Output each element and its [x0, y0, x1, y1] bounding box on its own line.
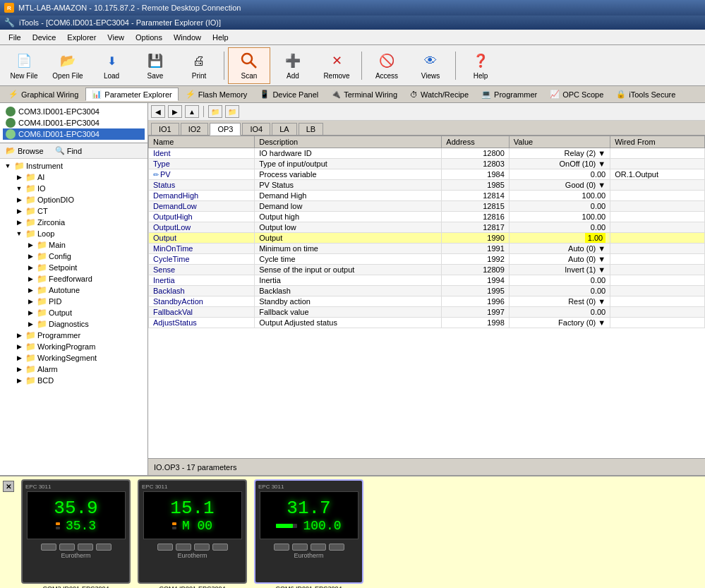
device-com3[interactable]: COM3.ID001-EPC3004: [3, 106, 145, 117]
tree-expand-config[interactable]: ▶: [25, 251, 35, 261]
device-com4-btn4[interactable]: [212, 544, 228, 551]
tree-item-output[interactable]: ▶ 📁 Output: [24, 307, 146, 318]
table-row[interactable]: OutputLowOutput low128170.00: [149, 222, 705, 233]
device-com3-btn3[interactable]: [78, 544, 93, 551]
param-tab-io1[interactable]: IO1: [151, 123, 179, 135]
tab-graphical-wiring[interactable]: ⚡ Graphical Wiring: [3, 88, 84, 100]
help-button[interactable]: ❓ Help: [459, 47, 502, 84]
table-row[interactable]: OutputHighOutput high12816100.00: [149, 212, 705, 222]
menu-help[interactable]: Help: [207, 32, 234, 43]
table-row[interactable]: DemandHighDemand High12814100.00: [149, 191, 705, 201]
access-button[interactable]: 🚫 Access: [366, 47, 408, 84]
tree-expand-bcd[interactable]: ▶: [14, 376, 24, 385]
param-tab-la[interactable]: LA: [272, 123, 296, 135]
device-com6-btn3[interactable]: [311, 544, 326, 551]
table-row[interactable]: InertiaInertia19940.00: [149, 275, 705, 286]
cell-value-9[interactable]: Auto (0) ▼: [509, 244, 610, 254]
param-tab-op3[interactable]: OP3: [210, 123, 241, 136]
table-row[interactable]: ✏PVProcess variable19840.00OR.1.Output: [149, 169, 705, 180]
device-com4[interactable]: COM4.ID001-EPC3004: [3, 117, 145, 128]
nav-folder-down-button[interactable]: 📁: [225, 105, 239, 118]
menu-device[interactable]: Device: [27, 32, 62, 43]
table-row[interactable]: StandbyActionStandby action1996Rest (0) …: [149, 296, 705, 307]
tree-expand-setpoint[interactable]: ▶: [25, 263, 35, 272]
remove-button[interactable]: ✕ Remove: [315, 47, 358, 84]
cell-value-3[interactable]: Good (0) ▼: [509, 180, 610, 191]
tree-item-io[interactable]: ▼ 📁 IO: [13, 183, 146, 194]
print-button[interactable]: 🖨 Print: [178, 47, 220, 84]
add-button[interactable]: ➕ Add: [272, 47, 314, 84]
tree-item-bcd[interactable]: ▶ 📁 BCD: [13, 375, 146, 386]
tree-expand-optiondio[interactable]: ▶: [14, 195, 24, 205]
tree-expand-io[interactable]: ▼: [14, 184, 24, 193]
device-com6-btn2[interactable]: [292, 544, 308, 551]
tree-item-optiondio[interactable]: ▶ 📁 OptionDIO: [13, 194, 146, 205]
tree-expand-autotune[interactable]: ▶: [25, 285, 35, 295]
tree-item-programmer[interactable]: ▶ 📁 Programmer: [13, 330, 146, 341]
tree-expand-main[interactable]: ▶: [25, 240, 35, 250]
device-com4-btn1[interactable]: [157, 544, 173, 551]
tree-expand-workingprogram[interactable]: ▶: [14, 342, 24, 352]
tree-item-ct[interactable]: ▶ 📁 CT: [13, 205, 146, 217]
tree-item-loop[interactable]: ▼ 📁 Loop: [13, 228, 146, 239]
cell-value-16[interactable]: Factory (0) ▼: [509, 318, 610, 328]
table-row[interactable]: TypeType of input/output12803OnOff (10) …: [149, 159, 705, 169]
views-button[interactable]: 👁 Views: [409, 47, 452, 84]
table-row[interactable]: DemandLowDemand low128150.00: [149, 201, 705, 212]
param-tab-lb[interactable]: LB: [299, 123, 323, 135]
nav-forward-button[interactable]: ▶: [168, 105, 182, 118]
tab-terminal-wiring[interactable]: 🔌 Terminal Wiring: [325, 88, 403, 100]
tree-item-workingprogram[interactable]: ▶ 📁 WorkingProgram: [13, 341, 146, 352]
tree-expand-output[interactable]: ▶: [25, 308, 35, 318]
tree-item-instrument[interactable]: ▼ 📁 Instrument: [1, 160, 146, 172]
table-row[interactable]: OutputOutput19901.00: [149, 233, 705, 244]
menu-file[interactable]: File: [3, 32, 27, 43]
device-com6-btn1[interactable]: [274, 544, 289, 551]
tree-expand-alarm[interactable]: ▶: [14, 364, 24, 374]
new-file-button[interactable]: 📄 New File: [3, 47, 45, 84]
tab-itools-secure[interactable]: 🔒 iTools Secure: [610, 88, 681, 100]
table-row[interactable]: BacklashBacklash19950.00: [149, 286, 705, 296]
device-com6-btn4[interactable]: [329, 544, 344, 551]
table-row[interactable]: CycleTimeCycle time1992Auto (0) ▼: [149, 254, 705, 265]
device-com4-btn3[interactable]: [194, 544, 210, 551]
menu-window[interactable]: Window: [168, 32, 207, 43]
param-tab-io4[interactable]: IO4: [242, 123, 270, 135]
tree-item-config[interactable]: ▶ 📁 Config: [24, 251, 146, 262]
tab-flash-memory[interactable]: ⚡ Flash Memory: [180, 88, 253, 100]
param-tab-io2[interactable]: IO2: [181, 123, 209, 135]
tree-item-ai[interactable]: ▶ 📁 AI: [13, 172, 146, 183]
cell-value-14[interactable]: Rest (0) ▼: [509, 296, 610, 307]
tab-device-panel[interactable]: 📱 Device Panel: [254, 88, 324, 100]
table-row[interactable]: MinOnTimeMinimum on time1991Auto (0) ▼: [149, 244, 705, 254]
table-row[interactable]: IdentIO hardware ID12800Relay (2) ▼: [149, 148, 705, 159]
tree-expand-workingsegment[interactable]: ▶: [14, 353, 24, 363]
device-com6[interactable]: COM6.ID001-EPC3004: [3, 128, 145, 140]
tree-expand-ct[interactable]: ▶: [14, 206, 24, 216]
tree-item-main[interactable]: ▶ 📁 Main: [24, 239, 146, 251]
open-file-button[interactable]: 📂 Open File: [47, 47, 89, 84]
tab-programmer[interactable]: 💻 Programmer: [476, 88, 543, 100]
tree-item-setpoint[interactable]: ▶ 📁 Setpoint: [24, 262, 146, 273]
save-button[interactable]: 💾 Save: [134, 47, 176, 84]
tree-item-diagnostics[interactable]: ▶ 📁 Diagnostics: [24, 318, 146, 330]
tree-expand-feedforward[interactable]: ▶: [25, 274, 35, 284]
cell-value-10[interactable]: Auto (0) ▼: [509, 254, 610, 265]
tree-expand-diagnostics[interactable]: ▶: [25, 319, 35, 329]
cell-value-1[interactable]: OnOff (10) ▼: [509, 159, 610, 169]
scan-button[interactable]: Scan: [228, 47, 270, 84]
device-com3-btn4[interactable]: [96, 544, 112, 551]
table-row[interactable]: SenseSense of the input or output12809In…: [149, 265, 705, 275]
device-com4-btn2[interactable]: [176, 544, 191, 551]
tree-item-workingsegment[interactable]: ▶ 📁 WorkingSegment: [13, 352, 146, 364]
close-panel-button[interactable]: ✕: [3, 481, 14, 492]
device-com3-btn2[interactable]: [59, 544, 75, 551]
table-row[interactable]: StatusPV Status1985Good (0) ▼: [149, 180, 705, 191]
tree-expand-instrument[interactable]: ▼: [3, 161, 13, 171]
table-row[interactable]: AdjustStatusOutput Adjusted status1998Fa…: [149, 318, 705, 328]
find-button[interactable]: 🔍 Find: [52, 145, 85, 156]
load-button[interactable]: ⬇ Load: [90, 47, 133, 84]
table-row[interactable]: FallbackValFallback value19970.00: [149, 307, 705, 318]
tab-parameter-explorer[interactable]: 📊 Parameter Explorer: [85, 88, 178, 101]
nav-up-button[interactable]: ▲: [185, 105, 199, 118]
